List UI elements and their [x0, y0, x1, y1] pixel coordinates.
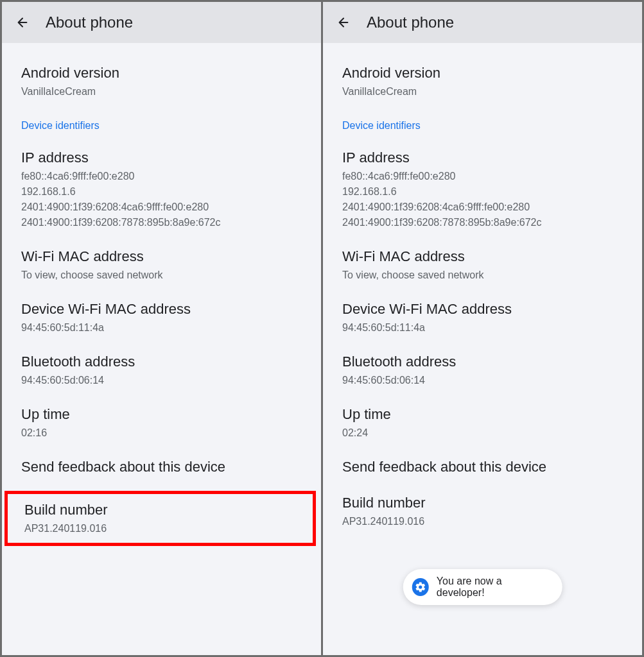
developer-toast: You are now a developer!: [403, 569, 562, 605]
wifi-mac-value: To view, choose saved network: [21, 268, 302, 283]
page-title: About phone: [46, 13, 133, 31]
bluetooth-label: Bluetooth address: [21, 354, 302, 370]
ip-address-value: fe80::4ca6:9fff:fe00:e280 192.168.1.6 24…: [342, 169, 623, 230]
wifi-mac-item[interactable]: Wi-Fi MAC address To view, choose saved …: [2, 239, 321, 292]
feedback-label: Send feedback about this device: [21, 459, 302, 475]
feedback-item[interactable]: Send feedback about this device: [323, 450, 642, 487]
gear-icon: [412, 578, 429, 596]
build-number-value: AP31.240119.016: [342, 514, 623, 529]
android-version-label: Android version: [342, 65, 623, 81]
device-wifi-mac-label: Device Wi-Fi MAC address: [21, 301, 302, 318]
build-number-value: AP31.240119.016: [24, 521, 296, 536]
page-title: About phone: [367, 13, 454, 31]
wifi-mac-item[interactable]: Wi-Fi MAC address To view, choose saved …: [323, 239, 642, 292]
android-version-label: Android version: [21, 65, 302, 81]
uptime-label: Up time: [342, 406, 623, 423]
ip-address-label: IP address: [21, 149, 302, 166]
device-identifiers-header: Device identifiers: [323, 108, 642, 141]
device-wifi-mac-item[interactable]: Device Wi-Fi MAC address 94:45:60:5d:11:…: [323, 292, 642, 345]
bluetooth-item[interactable]: Bluetooth address 94:45:60:5d:06:14: [2, 345, 321, 397]
arrow-left-icon: [336, 15, 351, 30]
arrow-left-icon: [15, 15, 30, 30]
header-bar: About phone: [323, 2, 642, 43]
build-number-item[interactable]: Build number AP31.240119.016: [323, 487, 642, 536]
build-number-label: Build number: [24, 502, 296, 518]
build-number-label: Build number: [342, 495, 623, 511]
wifi-mac-value: To view, choose saved network: [342, 268, 623, 283]
device-identifiers-header: Device identifiers: [2, 108, 321, 141]
right-panel: About phone Android version VanillaIceCr…: [323, 2, 642, 655]
uptime-value: 02:16: [21, 425, 302, 441]
device-wifi-mac-item[interactable]: Device Wi-Fi MAC address 94:45:60:5d:11:…: [2, 292, 321, 345]
ip-address-item[interactable]: IP address fe80::4ca6:9fff:fe00:e280 192…: [2, 141, 321, 239]
bluetooth-label: Bluetooth address: [342, 354, 623, 370]
back-button[interactable]: [15, 15, 30, 30]
content-area: Android version VanillaIceCream Device i…: [323, 43, 642, 655]
back-button[interactable]: [336, 15, 351, 30]
bluetooth-item[interactable]: Bluetooth address 94:45:60:5d:06:14: [323, 345, 642, 397]
device-wifi-mac-value: 94:45:60:5d:11:4a: [342, 320, 623, 336]
uptime-value: 02:24: [342, 425, 623, 441]
toast-message: You are now a developer!: [437, 576, 547, 599]
header-bar: About phone: [2, 2, 321, 43]
feedback-label: Send feedback about this device: [342, 459, 623, 475]
uptime-label: Up time: [21, 406, 302, 423]
ip-address-item[interactable]: IP address fe80::4ca6:9fff:fe00:e280 192…: [323, 141, 642, 239]
ip-address-label: IP address: [342, 149, 623, 166]
build-number-item[interactable]: Build number AP31.240119.016: [4, 491, 316, 546]
wifi-mac-label: Wi-Fi MAC address: [21, 248, 302, 265]
content-area: Android version VanillaIceCream Device i…: [2, 43, 321, 655]
ip-address-value: fe80::4ca6:9fff:fe00:e280 192.168.1.6 24…: [21, 169, 302, 230]
android-version-value: VanillaIceCream: [342, 84, 623, 99]
uptime-item[interactable]: Up time 02:24: [323, 397, 642, 450]
bluetooth-value: 94:45:60:5d:06:14: [21, 373, 302, 388]
uptime-item[interactable]: Up time 02:16: [2, 397, 321, 450]
android-version-item[interactable]: Android version VanillaIceCream: [2, 56, 321, 108]
left-panel: About phone Android version VanillaIceCr…: [2, 2, 321, 655]
android-version-value: VanillaIceCream: [21, 84, 302, 99]
android-version-item[interactable]: Android version VanillaIceCream: [323, 56, 642, 108]
wifi-mac-label: Wi-Fi MAC address: [342, 248, 623, 265]
bluetooth-value: 94:45:60:5d:06:14: [342, 373, 623, 388]
device-wifi-mac-value: 94:45:60:5d:11:4a: [21, 320, 302, 336]
feedback-item[interactable]: Send feedback about this device: [2, 450, 321, 487]
device-wifi-mac-label: Device Wi-Fi MAC address: [342, 301, 623, 318]
